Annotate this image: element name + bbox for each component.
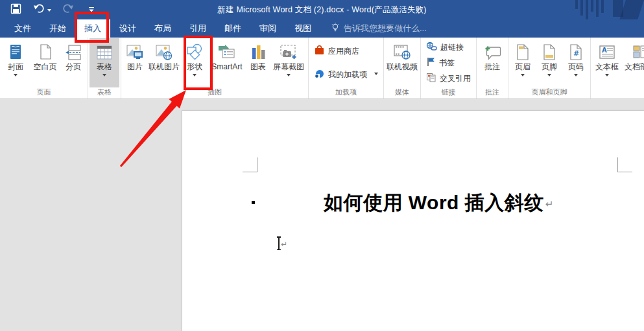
cover-page-icon: [8, 41, 23, 63]
word-window: 新建 Microsoft Word 文档 (2).docx - Word(产品激…: [0, 0, 644, 331]
tab-design[interactable]: 设计: [110, 19, 145, 38]
chevron-down-icon: [193, 74, 197, 78]
bookmark-icon: [426, 57, 436, 69]
chevron-down-icon: [374, 73, 378, 77]
group-label-pages: 页面: [1, 87, 86, 98]
quick-parts-icon: [632, 41, 644, 63]
ribbon-group-text: A 文本框 文档部件: [591, 38, 644, 98]
chart-button[interactable]: 图表: [246, 38, 270, 87]
group-label-tables: 表格: [89, 87, 119, 98]
text-box-icon: A: [599, 41, 615, 63]
online-video-icon: [392, 41, 412, 63]
hyperlink-icon: [426, 41, 437, 53]
ribbon-group-comments: 批注 批注: [477, 38, 508, 98]
margin-corner-right: [617, 157, 632, 172]
cursor-paragraph-mark: ↵: [281, 240, 287, 249]
tell-me-placeholder: 告诉我您想要做什么...: [344, 23, 427, 34]
ribbon-group-media: 联机视频 媒体: [384, 38, 421, 98]
tab-references[interactable]: 引用: [180, 19, 215, 38]
page-number-icon: #: [569, 41, 583, 63]
online-picture-icon: [156, 41, 173, 63]
comment-button[interactable]: 批注: [478, 38, 507, 87]
tab-insert[interactable]: 插入: [75, 19, 110, 38]
svg-text:#: #: [573, 49, 579, 58]
list-bullet: [252, 201, 255, 204]
cover-page-button[interactable]: 封面: [1, 38, 30, 87]
document-workspace: 如何使用 Word 插入斜纹↵ ↵: [0, 99, 644, 331]
tell-me-box[interactable]: 告诉我您想要做什么...: [331, 19, 427, 38]
tab-view[interactable]: 视图: [285, 19, 320, 38]
ribbon-group-header-footer: 页眉 页脚 # 页码 页眉和页脚: [508, 38, 591, 98]
hyperlink-button[interactable]: 超链接: [426, 40, 471, 55]
my-addins-button[interactable]: 我的加载项: [314, 67, 378, 82]
ribbon: 封面 空白页 分页 页面: [0, 38, 644, 99]
screenshot-icon: [279, 41, 298, 63]
table-button[interactable]: 表格: [89, 38, 119, 87]
ribbon-tabs: 文件 开始 插入 设计 布局 引用 邮件 审阅 视图 告诉我您想要做什么...: [0, 19, 644, 38]
screenshot-button[interactable]: 屏幕截图: [270, 38, 307, 87]
store-button[interactable]: 应用商店: [314, 43, 378, 59]
cross-reference-icon: [426, 73, 436, 84]
footer-icon: [542, 41, 556, 63]
text-cursor: [278, 236, 280, 250]
shapes-icon: [185, 41, 204, 63]
group-label-header-footer: 页眉和页脚: [510, 87, 589, 98]
tab-home[interactable]: 开始: [40, 19, 75, 38]
picture-icon: [126, 41, 143, 63]
header-icon: [516, 41, 530, 63]
chevron-down-icon: [287, 74, 291, 78]
chevron-down-icon: [102, 74, 106, 78]
tab-file[interactable]: 文件: [5, 19, 40, 38]
header-button[interactable]: 页眉: [510, 38, 536, 87]
ribbon-group-links: 超链接 书签 交叉引用 链接: [421, 38, 477, 98]
window-title: 新建 Microsoft Word 文档 (2).docx - Word(产品激…: [0, 5, 644, 16]
ribbon-group-illustrations: 图片 联机图片 形状: [121, 38, 309, 98]
ribbon-group-addins: 应用商店 我的加载项 加载项: [309, 38, 384, 98]
pictures-button[interactable]: 图片: [123, 38, 147, 87]
blank-page-icon: [38, 41, 53, 63]
group-label-links: 链接: [422, 87, 475, 98]
page-break-button[interactable]: 分页: [60, 38, 86, 87]
group-label-text: [592, 87, 644, 98]
group-label-media: 媒体: [385, 87, 419, 98]
lightbulb-icon: [331, 23, 340, 34]
document-heading: 如何使用 Word 插入斜纹↵: [324, 190, 554, 216]
group-label-addins: 加载项: [310, 87, 382, 98]
addins-icon: [314, 68, 325, 81]
chevron-down-icon: [14, 74, 18, 78]
page-number-button[interactable]: # 页码: [563, 38, 589, 87]
quick-parts-button[interactable]: 文档部件: [622, 38, 644, 87]
blank-page-button[interactable]: 空白页: [30, 38, 60, 87]
tab-mailings[interactable]: 邮件: [215, 19, 250, 38]
shapes-button[interactable]: 形状: [181, 38, 208, 87]
chevron-down-icon: [547, 74, 551, 78]
page-break-icon: [65, 41, 82, 63]
group-label-illustrations: 插图: [123, 87, 307, 98]
tab-review[interactable]: 审阅: [250, 19, 285, 38]
footer-button[interactable]: 页脚: [536, 38, 563, 87]
bookmark-button[interactable]: 书签: [426, 55, 471, 71]
chevron-down-icon: [521, 74, 525, 78]
smartart-button[interactable]: SmartArt: [208, 38, 246, 87]
ribbon-group-tables: 表格 表格: [88, 38, 121, 98]
smartart-icon: [217, 41, 237, 63]
document-page[interactable]: 如何使用 Word 插入斜纹↵ ↵: [182, 110, 644, 331]
group-label-comments: 批注: [478, 87, 507, 98]
tab-layout[interactable]: 布局: [145, 19, 180, 38]
paragraph-mark: ↵: [545, 198, 554, 209]
svg-text:A: A: [602, 47, 607, 54]
ribbon-group-pages: 封面 空白页 分页 页面: [0, 38, 88, 98]
store-icon: [314, 45, 325, 58]
cross-reference-button[interactable]: 交叉引用: [426, 71, 471, 86]
chevron-down-icon: [605, 74, 609, 78]
table-icon: [96, 41, 113, 63]
online-pictures-button[interactable]: 联机图片: [147, 38, 181, 87]
chevron-down-icon: [574, 74, 578, 78]
online-video-button[interactable]: 联机视频: [385, 38, 419, 87]
comment-icon: [483, 41, 502, 63]
chart-icon: [250, 41, 266, 63]
margin-corner-left: [243, 157, 257, 172]
title-bar: 新建 Microsoft Word 文档 (2).docx - Word(产品激…: [0, 0, 644, 19]
text-box-button[interactable]: A 文本框: [592, 38, 622, 87]
